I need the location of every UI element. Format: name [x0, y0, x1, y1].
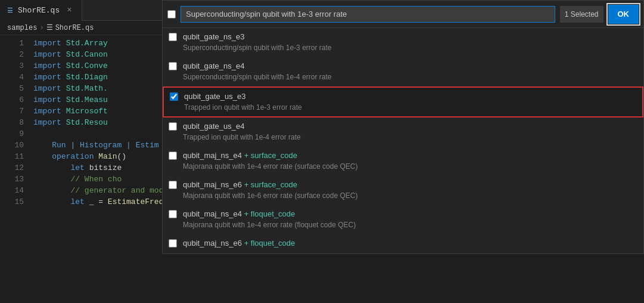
- search-input[interactable]: [181, 6, 555, 23]
- item-desc-qubit-gate-us-e4: Trapped ion qubit with 1e-4 error rate: [183, 132, 301, 143]
- list-item-qubit-gate-ns-e3[interactable]: qubit_gate_ns_e3 Superconducting/spin qu…: [163, 28, 643, 57]
- item-title-qubit-gate-us-e3: qubit_gate_us_e3: [184, 91, 302, 102]
- selected-badge: 1 Selected: [560, 6, 603, 23]
- checkbox-qubit-maj-ns-e6-surface[interactable]: [169, 181, 177, 189]
- item-desc-qubit-maj-ns-e4-floquet: Majorana qubit with 1e-4 error rate (flo…: [183, 220, 356, 230]
- file-icon: ☰: [7, 7, 13, 14]
- item-text-qubit-gate-ns-e3: qubit_gate_ns_e3 Superconducting/spin qu…: [183, 32, 331, 53]
- breadcrumb-file-icon: ☰: [46, 23, 53, 32]
- item-desc-qubit-gate-us-e3: Trapped ion qubit with 1e-3 error rate: [184, 103, 302, 113]
- item-text-qubit-maj-ns-e4-surface: qubit_maj_ns_e4 + surface_code Majorana …: [183, 150, 357, 172]
- checkbox-qubit-maj-ns-e6-floquet[interactable]: [169, 239, 177, 248]
- item-desc-qubit-maj-ns-e6-surface: Majorana qubit with 1e-6 error rate (sur…: [183, 191, 357, 201]
- editor-area: ☰ ShorRE.qs × samples › ☰ ShorRE.qs 1 2 …: [0, 0, 644, 303]
- list-item-qubit-gate-us-e3[interactable]: qubit_gate_us_e3 Trapped ion qubit with …: [163, 86, 643, 118]
- breadcrumb-file: ShorRE.qs: [55, 24, 94, 32]
- item-title-qubit-maj-ns-e4-surface: qubit_maj_ns_e4 + surface_code: [183, 150, 357, 161]
- item-title-qubit-gate-ns-e4: qubit_gate_ns_e4: [183, 61, 331, 72]
- item-title-qubit-gate-ns-e3: qubit_gate_ns_e3: [183, 32, 331, 42]
- dropdown-list[interactable]: qubit_gate_ns_e3 Superconducting/spin qu…: [163, 28, 643, 253]
- file-tab[interactable]: ☰ ShorRE.qs ×: [0, 0, 82, 21]
- checkbox-qubit-maj-ns-e4-surface[interactable]: [169, 152, 177, 160]
- checkbox-qubit-gate-ns-e4[interactable]: [169, 62, 177, 70]
- checkbox-qubit-maj-ns-e4-floquet[interactable]: [169, 210, 177, 218]
- item-title-qubit-gate-us-e4: qubit_gate_us_e4: [183, 121, 301, 132]
- item-desc-qubit-maj-ns-e4-surface: Majorana qubit with 1e-4 error rate (sur…: [183, 162, 357, 172]
- list-item-qubit-gate-ns-e4[interactable]: qubit_gate_ns_e4 Superconducting/spin qu…: [163, 57, 643, 86]
- item-text-qubit-gate-us-e4: qubit_gate_us_e4 Trapped ion qubit with …: [183, 121, 301, 143]
- item-title-qubit-maj-ns-e6-surface: qubit_maj_ns_e6 + surface_code: [183, 180, 357, 190]
- line-numbers: 1 2 3 4 5 6 7 8 9 10 11 12 13 14 15: [0, 35, 29, 303]
- checkbox-qubit-gate-us-e3[interactable]: [170, 92, 178, 101]
- breadcrumb-samples: samples: [7, 24, 37, 32]
- item-text-qubit-maj-ns-e6-floquet: qubit_maj_ns_e6 + floquet_code: [183, 238, 295, 249]
- ok-button[interactable]: OK: [608, 5, 639, 24]
- list-item-qubit-gate-us-e4[interactable]: qubit_gate_us_e4 Trapped ion qubit with …: [163, 118, 643, 147]
- breadcrumb-sep1: ›: [39, 24, 43, 32]
- dropdown-overlay: 1 Selected OK qubit_gate_ns_e3 Supercond…: [162, 0, 644, 254]
- select-all-checkbox[interactable]: [167, 10, 176, 18]
- list-item-qubit-maj-ns-e4-surface[interactable]: qubit_maj_ns_e4 + surface_code Majorana …: [163, 147, 643, 176]
- list-item-qubit-maj-ns-e6-floquet[interactable]: qubit_maj_ns_e6 + floquet_code: [163, 234, 643, 253]
- item-desc-qubit-gate-ns-e4: Superconducting/spin qubit with 1e-4 err…: [183, 72, 331, 82]
- search-row: 1 Selected OK: [163, 1, 643, 28]
- item-title-qubit-maj-ns-e4-floquet: qubit_maj_ns_e4 + floquet_code: [183, 209, 356, 219]
- tab-filename: ShorRE.qs: [18, 6, 60, 15]
- item-title-qubit-maj-ns-e6-floquet: qubit_maj_ns_e6 + floquet_code: [183, 238, 295, 249]
- checkbox-qubit-gate-us-e4[interactable]: [169, 122, 177, 131]
- item-text-qubit-maj-ns-e6-surface: qubit_maj_ns_e6 + surface_code Majorana …: [183, 180, 357, 201]
- item-desc-qubit-gate-ns-e3: Superconducting/spin qubit with 1e-3 err…: [183, 43, 331, 53]
- list-item-qubit-maj-ns-e4-floquet[interactable]: qubit_maj_ns_e4 + floquet_code Majorana …: [163, 205, 643, 234]
- checkbox-qubit-gate-ns-e3[interactable]: [169, 33, 177, 41]
- item-text-qubit-gate-us-e3: qubit_gate_us_e3 Trapped ion qubit with …: [184, 91, 302, 113]
- item-text-qubit-gate-ns-e4: qubit_gate_ns_e4 Superconducting/spin qu…: [183, 61, 331, 82]
- item-text-qubit-maj-ns-e4-floquet: qubit_maj_ns_e4 + floquet_code Majorana …: [183, 209, 356, 230]
- list-item-qubit-maj-ns-e6-surface[interactable]: qubit_maj_ns_e6 + surface_code Majorana …: [163, 176, 643, 205]
- tab-close-button[interactable]: ×: [64, 4, 74, 16]
